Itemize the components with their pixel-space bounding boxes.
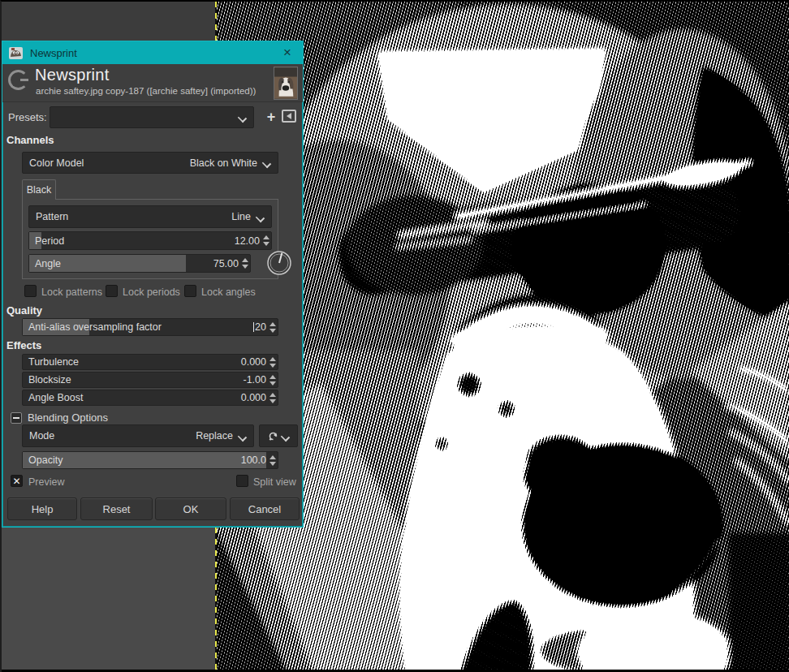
layer-boundary-guide xyxy=(215,2,217,41)
angle-label: Angle xyxy=(35,258,213,269)
canvas-padding-top xyxy=(2,2,216,41)
spin-down-icon[interactable] xyxy=(269,329,276,333)
pattern-label: Pattern xyxy=(36,211,231,222)
angle-boost-value: 0.000 xyxy=(241,392,266,403)
angle-slider[interactable]: Angle 75.00 xyxy=(28,254,251,273)
angle-boost-label: Angle Boost xyxy=(28,392,241,403)
antialias-value: 20 xyxy=(253,321,266,333)
quality-heading: Quality xyxy=(6,304,42,317)
filter-title: Newsprint xyxy=(35,66,110,84)
mode-label: Mode xyxy=(29,430,196,442)
preview-checkbox[interactable]: ✕ xyxy=(11,475,23,487)
lock-angles-checkbox[interactable] xyxy=(184,285,196,297)
turbulence-label: Turbulence xyxy=(28,356,241,368)
spin-up-icon[interactable] xyxy=(269,357,276,361)
tab-black[interactable]: Black xyxy=(22,179,56,200)
preview-label: Preview xyxy=(28,476,64,488)
period-label: Period xyxy=(35,235,235,247)
period-value: 12.00 xyxy=(235,235,260,247)
dialog-title: Newsprint xyxy=(30,47,77,59)
blocksize-slider[interactable]: Blocksize -1.00 xyxy=(22,372,278,388)
spin-up-icon[interactable] xyxy=(269,455,276,459)
opacity-spinner[interactable] xyxy=(267,452,278,468)
color-model-combo[interactable]: Color Model Black on White xyxy=(22,152,278,174)
opacity-label: Opacity xyxy=(28,454,241,466)
chevron-down-icon xyxy=(282,433,289,440)
angle-boost-spinner[interactable] xyxy=(267,390,278,405)
mode-value: Replace xyxy=(196,430,233,442)
cancel-button[interactable]: Cancel xyxy=(230,498,300,520)
antialias-slider[interactable]: Anti-alias oversampling factor 20 xyxy=(22,318,278,336)
blocksize-spinner[interactable] xyxy=(267,373,278,387)
channels-heading: Channels xyxy=(6,134,54,146)
angle-boost-slider[interactable]: Angle Boost 0.000 xyxy=(22,390,278,406)
angle-value: 75.00 xyxy=(213,258,239,269)
lock-patterns-label: Lock patterns xyxy=(41,286,102,298)
spin-up-icon[interactable] xyxy=(269,375,276,379)
mode-switch-button[interactable] xyxy=(259,424,298,447)
add-preset-button[interactable]: + xyxy=(262,108,280,126)
opacity-value: 100.0 xyxy=(241,454,266,466)
reset-icon xyxy=(268,431,278,442)
close-icon[interactable]: × xyxy=(277,41,298,64)
mode-combo[interactable]: Mode Replace xyxy=(22,424,254,447)
color-model-value: Black on White xyxy=(190,157,257,169)
split-view-checkbox[interactable] xyxy=(236,475,248,487)
antialias-spinner[interactable] xyxy=(267,319,278,335)
turbulence-slider[interactable]: Turbulence 0.000 xyxy=(22,354,278,370)
blocksize-label: Blocksize xyxy=(28,374,244,386)
effects-heading: Effects xyxy=(6,339,41,351)
spin-up-icon[interactable] xyxy=(263,235,269,239)
chevron-down-icon xyxy=(257,213,264,221)
angle-dial[interactable] xyxy=(265,249,293,277)
reset-button[interactable]: Reset xyxy=(80,498,153,520)
wilber-icon xyxy=(9,47,23,59)
image-thumbnail xyxy=(274,67,298,100)
dialog-titlebar[interactable]: Newsprint × xyxy=(2,41,303,64)
lock-periods-checkbox[interactable] xyxy=(106,285,118,297)
help-button[interactable]: Help xyxy=(7,498,77,520)
chevron-down-icon xyxy=(239,433,246,440)
opacity-slider[interactable]: Opacity 100.0 xyxy=(22,451,278,469)
gimp-window: Newsprint × Newsprint archie saftey.jpg … xyxy=(0,0,789,672)
split-view-label: Split view xyxy=(253,476,296,488)
angle-spinner[interactable] xyxy=(239,255,250,272)
image-identifier: archie saftey.jpg copy-187 ([archie saft… xyxy=(36,86,256,96)
pattern-value: Line xyxy=(231,211,251,222)
turbulence-spinner[interactable] xyxy=(267,355,278,369)
period-slider[interactable]: Period 12.00 xyxy=(28,231,272,250)
blocksize-value: -1.00 xyxy=(244,374,267,386)
text-cursor xyxy=(253,322,254,332)
spin-down-icon[interactable] xyxy=(269,364,276,368)
spin-down-icon[interactable] xyxy=(269,399,276,403)
layer-boundary-guide xyxy=(215,528,217,672)
newsprint-dialog: Newsprint × Newsprint archie saftey.jpg … xyxy=(2,41,304,528)
spin-up-icon[interactable] xyxy=(242,258,248,262)
blending-options-label: Blending Options xyxy=(28,411,108,424)
preset-menu-button[interactable] xyxy=(282,110,296,123)
canvas-padding-bottom xyxy=(2,528,216,672)
pattern-combo[interactable]: Pattern Line xyxy=(28,205,272,228)
lock-patterns-checkbox[interactable] xyxy=(24,285,37,297)
period-spinner[interactable] xyxy=(261,232,271,249)
presets-combo[interactable] xyxy=(50,106,254,128)
turbulence-value: 0.000 xyxy=(241,356,266,368)
lock-periods-label: Lock periods xyxy=(123,286,180,298)
spin-down-icon[interactable] xyxy=(263,242,269,246)
antialias-label: Anti-alias oversampling factor xyxy=(28,321,253,333)
lock-angles-label: Lock angles xyxy=(201,286,256,298)
spin-down-icon[interactable] xyxy=(269,381,276,386)
presets-label: Presets: xyxy=(8,111,47,123)
spin-down-icon[interactable] xyxy=(269,462,276,466)
spin-up-icon[interactable] xyxy=(269,322,276,326)
spin-up-icon[interactable] xyxy=(269,393,276,397)
blending-expander-icon[interactable] xyxy=(11,412,22,424)
color-model-label: Color Model xyxy=(29,157,190,169)
ok-button[interactable]: OK xyxy=(155,498,226,520)
spin-down-icon[interactable] xyxy=(242,265,248,269)
chevron-down-icon xyxy=(263,159,270,166)
chevron-down-icon xyxy=(239,114,246,121)
dialog-header: Newsprint archie saftey.jpg copy-187 ([a… xyxy=(2,64,303,102)
gegl-logo-icon xyxy=(8,70,28,90)
